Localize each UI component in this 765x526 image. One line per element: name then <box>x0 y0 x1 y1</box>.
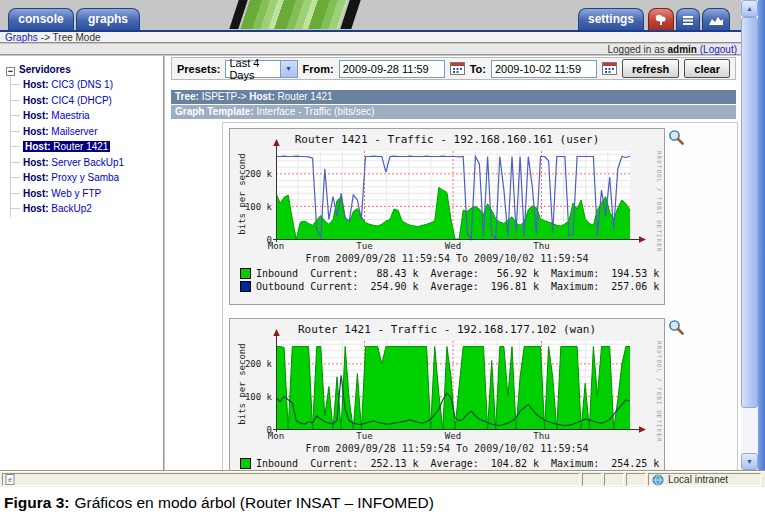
host-name: Web y FTP <box>49 188 102 199</box>
caption-text: Gráficos en modo árbol (Router INSAT – I… <box>74 494 433 511</box>
x-tick-label: Thu <box>526 241 558 251</box>
login-bar: Logged in as admin (Logout) <box>0 44 765 55</box>
host-prefix: Host: <box>25 141 51 152</box>
sidebar-item-host[interactable]: Host: BackUp2 <box>11 201 124 217</box>
to-calendar-icon[interactable] <box>602 61 617 76</box>
scroll-up-button[interactable]: ▲ <box>741 0 758 17</box>
host-prefix: Host: <box>23 79 49 90</box>
to-date-input[interactable] <box>491 60 597 78</box>
zoom-graph-icon[interactable] <box>668 319 685 336</box>
sidebar-item-host[interactable]: Host: Mailserver <box>11 124 124 140</box>
x-tick-label: Mon <box>260 241 292 251</box>
template-context-bar: Graph Template: Interface - Traffic (bit… <box>171 105 736 119</box>
tree-view-tab[interactable] <box>648 8 674 30</box>
legend-color-swatch <box>240 268 251 279</box>
host-prefix: Host: <box>23 157 49 168</box>
sidebar-item-host[interactable]: Host: Proxy y Samba <box>11 170 124 186</box>
logout-link[interactable]: (Logout) <box>700 44 737 55</box>
graph-panel-wan[interactable]: Router 1421 - Traffic - 192.168.177.102 … <box>229 318 665 470</box>
x-tick-label: Wed <box>437 431 469 441</box>
graph-panel-user[interactable]: Router 1421 - Traffic - 192.168.160.161 … <box>229 128 665 305</box>
tree-root[interactable]: −Servidores <box>6 62 124 77</box>
from-date-input[interactable] <box>339 60 445 78</box>
preset-value: Last 4 Days <box>226 57 279 81</box>
window-border <box>758 0 765 470</box>
preview-view-tab[interactable] <box>702 8 730 30</box>
host-value: Router 1421 <box>278 91 333 102</box>
tree-icon <box>654 13 668 27</box>
scroll-down-button[interactable]: ▼ <box>741 453 758 470</box>
chevron-down-icon[interactable]: ▼ <box>280 61 297 77</box>
status-cell <box>626 473 646 486</box>
security-zone-cell: Local intranet <box>648 473 761 486</box>
tree-value: ISPETP-> <box>202 91 247 102</box>
breadcrumb-rest: -> Tree Mode <box>41 32 101 43</box>
host-prefix: Host: <box>23 110 49 121</box>
graph-legend-row: Inbound Current: 252.13 k Average: 104.8… <box>240 458 659 469</box>
sidebar-item-host[interactable]: Host: Server BackUp1 <box>11 155 124 171</box>
y-tick-label: 100 k <box>238 202 272 212</box>
graph-legend-row: Inbound Current: 88.43 k Average: 56.92 … <box>240 268 659 279</box>
template-value: Interface - Traffic (bits/sec) <box>257 106 375 117</box>
scrollbar-thumb[interactable] <box>741 17 758 408</box>
sidebar-item-host[interactable]: Host: CIC4 (DHCP) <box>11 93 124 109</box>
status-cell <box>604 473 624 486</box>
host-prefix: Host: <box>23 188 49 199</box>
y-tick-label: 200 k <box>238 359 272 369</box>
graph-legend-row: Outbound Current: 254.90 k Average: 196.… <box>240 281 659 292</box>
list-view-tab[interactable] <box>676 8 700 30</box>
template-label: Graph Template: <box>175 106 254 117</box>
tab-console[interactable]: console <box>8 8 74 30</box>
y-tick-label: 200 k <box>238 169 272 179</box>
login-user: admin <box>668 44 697 55</box>
status-cell <box>582 473 602 486</box>
presets-label: Presets: <box>177 63 220 75</box>
zoom-graph-icon[interactable] <box>668 129 685 146</box>
graph-date-range: From 2009/09/28 11:59:54 To 2009/10/02 1… <box>230 253 664 264</box>
legend-text: Inbound Current: 252.13 k Average: 104.8… <box>256 458 659 469</box>
host-name: BackUp2 <box>49 203 92 214</box>
x-tick-label: Mon <box>260 431 292 441</box>
page-icon: e <box>5 474 16 485</box>
sidebar-item-host[interactable]: Host: Maestria <box>11 108 124 124</box>
top-chrome: console graphs settings <box>0 0 765 32</box>
tab-graphs[interactable]: graphs <box>76 8 140 30</box>
host-prefix: Host: <box>23 203 49 214</box>
graph-date-range: From 2009/09/28 11:59:54 To 2009/10/02 1… <box>230 443 664 454</box>
sidebar-item-host[interactable]: Host: Web y FTP <box>11 186 124 202</box>
login-prefix: Logged in as <box>607 44 664 55</box>
to-label: To: <box>470 63 486 75</box>
host-name: Proxy y Samba <box>49 172 120 183</box>
figure-with-caption: console graphs settings <box>0 0 765 526</box>
tab-settings[interactable]: settings <box>578 8 644 30</box>
from-calendar-icon[interactable] <box>450 61 465 76</box>
tree-root-label[interactable]: Servidores <box>19 64 71 75</box>
refresh-button[interactable]: refresh <box>622 59 679 78</box>
vertical-scrollbar[interactable]: ▲ ▼ <box>741 0 758 470</box>
globe-icon <box>652 474 664 486</box>
tree-label: Tree: <box>175 91 199 102</box>
collapse-icon[interactable]: − <box>6 67 15 76</box>
zone-label: Local intranet <box>668 474 728 485</box>
browser-screenshot: console graphs settings <box>0 0 765 487</box>
preset-select[interactable]: Last 4 Days ▼ <box>225 60 297 78</box>
clear-button[interactable]: clear <box>684 59 730 78</box>
host-prefix: Host: <box>23 172 49 183</box>
sidebar-item-host[interactable]: Host: Router 1421 <box>11 139 124 155</box>
time-toolbar: Presets: Last 4 Days ▼ From: To: refresh… <box>171 57 736 80</box>
graphs-content: Presets: Last 4 Days ▼ From: To: refresh… <box>165 56 741 470</box>
host-tree: −Servidores Host: CIC3 (DNS 1)Host: CIC4… <box>6 62 124 217</box>
breadcrumb-graphs-link[interactable]: Graphs <box>5 32 38 43</box>
x-tick-label: Tue <box>349 241 381 251</box>
list-icon <box>682 14 694 26</box>
legend-text: Outbound Current: 254.90 k Average: 196.… <box>256 281 659 292</box>
tree-sidebar: −Servidores Host: CIC3 (DNS 1)Host: CIC4… <box>0 56 164 470</box>
tree-context-bar: Tree: ISPETP-> Host: Router 1421 <box>171 90 736 104</box>
breadcrumb: Graphs-> Tree Mode <box>0 32 765 43</box>
legend-color-swatch <box>240 458 251 469</box>
x-tick-label: Thu <box>526 431 558 441</box>
x-tick-label: Wed <box>437 241 469 251</box>
host-name: Maestria <box>49 110 90 121</box>
sidebar-item-host[interactable]: Host: CIC3 (DNS 1) <box>11 77 124 93</box>
caption-label: Figura 3: <box>4 494 69 511</box>
